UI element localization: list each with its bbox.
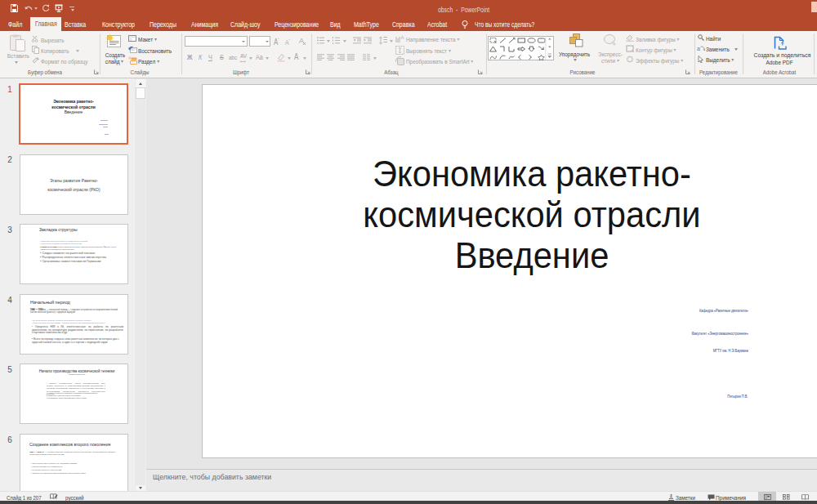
svg-text:A: A xyxy=(401,35,404,40)
svg-text:a: a xyxy=(697,46,700,51)
